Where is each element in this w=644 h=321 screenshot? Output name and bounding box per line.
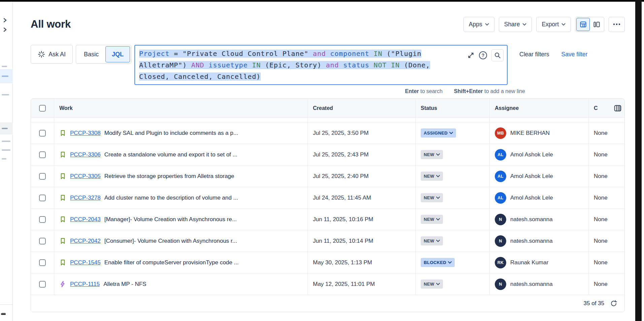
- detail-view-icon: [593, 21, 600, 28]
- story-type-icon: [59, 216, 66, 223]
- status-badge[interactable]: NEW: [421, 150, 443, 159]
- table-body: PCCP-3308 Modify SAL and Plugin to inclu…: [31, 122, 624, 295]
- sidebar-item[interactable]: [2, 66, 7, 67]
- extra-value: None: [594, 195, 608, 201]
- issue-summary[interactable]: Retrieve the storage properties from All…: [104, 173, 234, 180]
- issue-summary[interactable]: Enable filter of computeServer provision…: [104, 259, 239, 266]
- sidebar-divider: [0, 304, 13, 305]
- status-badge[interactable]: NEW: [421, 172, 443, 181]
- jql-mode-tab[interactable]: JQL: [105, 46, 130, 62]
- column-header-assignee[interactable]: Assignee: [489, 99, 588, 117]
- configure-columns-button[interactable]: [613, 104, 622, 113]
- status-badge[interactable]: NEW: [421, 236, 443, 245]
- more-options-button[interactable]: [609, 17, 625, 32]
- select-all-checkbox[interactable]: [39, 105, 46, 112]
- ai-sparkle-icon: [38, 51, 45, 58]
- status-badge[interactable]: NEW: [421, 193, 443, 202]
- status-badge[interactable]: NEW: [421, 215, 443, 224]
- assignee-name: Amol Ashok Lele: [510, 195, 553, 201]
- table-row: PCCP-3308 Modify SAL and Plugin to inclu…: [31, 122, 624, 144]
- chevron-down-icon: [448, 261, 452, 264]
- created-date: Jun 11, 2025, 10:14 PM: [313, 238, 373, 244]
- assignee-name: natesh.somanna: [510, 216, 553, 223]
- issue-key-link[interactable]: PCCP-3306: [70, 151, 101, 158]
- issue-summary[interactable]: Modify SAL and Plugin to include comment…: [104, 130, 238, 137]
- issue-summary[interactable]: [Manager]- Volume Creation with Asynchro…: [104, 216, 237, 223]
- jql-search-button[interactable]: [491, 49, 504, 61]
- avatar: RK: [495, 257, 506, 268]
- share-button[interactable]: Share: [499, 17, 532, 32]
- table-view-button[interactable]: [576, 18, 590, 31]
- status-badge[interactable]: BLOCKED: [421, 258, 455, 267]
- sidebar-expand-icon[interactable]: [3, 27, 7, 32]
- screen-edge-top: [0, 0, 644, 2]
- sidebar-expand-icon[interactable]: [3, 18, 7, 23]
- sidebar-item-selected[interactable]: [0, 69, 13, 83]
- apps-button-label: Apps: [469, 21, 482, 28]
- save-filter-button[interactable]: Save filter: [561, 51, 588, 58]
- syntax-help-icon[interactable]: ?: [479, 51, 487, 59]
- shift-enter-key-hint: Shift+Enter: [454, 88, 483, 94]
- jql-input[interactable]: Project = "Private Cloud Control Plane" …: [134, 45, 508, 85]
- issue-summary[interactable]: [Consumer]- Volume Creation with Asynchr…: [104, 238, 237, 244]
- created-date: Jul 25, 2025, 2:40 PM: [313, 173, 368, 180]
- sidebar-item[interactable]: [2, 158, 6, 159]
- table-row: PCCP-3306 Create a standalone volume and…: [31, 144, 624, 166]
- row-checkbox[interactable]: [39, 238, 46, 244]
- column-header-truncated[interactable]: C: [588, 99, 624, 117]
- apps-button[interactable]: Apps: [463, 17, 494, 32]
- created-date: Jun 11, 2025, 10:16 PM: [313, 216, 373, 223]
- issue-key-link[interactable]: PCCP-3305: [70, 173, 101, 180]
- status-label: NEW: [424, 282, 434, 287]
- column-header-created[interactable]: Created: [308, 99, 415, 117]
- status-label: ASSIGNED: [424, 130, 448, 136]
- issue-summary[interactable]: Create a standalone volume and export it…: [104, 151, 237, 158]
- created-date: Jul 24, 2025, 11:45 AM: [313, 195, 371, 201]
- row-checkbox[interactable]: [39, 195, 46, 201]
- extra-value: None: [594, 173, 608, 180]
- row-checkbox[interactable]: [39, 281, 46, 288]
- row-checkbox[interactable]: [39, 259, 46, 266]
- more-ellipsis-icon: [613, 23, 620, 25]
- ask-ai-button[interactable]: Ask AI: [31, 45, 73, 64]
- table-row: PCCP-3278 Add cluster name to the descri…: [31, 187, 624, 209]
- chevron-down-icon: [522, 23, 526, 26]
- status-badge[interactable]: ASSIGNED: [421, 128, 456, 138]
- issue-key-link[interactable]: PCCP-2042: [70, 238, 101, 244]
- sidebar-item[interactable]: [2, 149, 10, 151]
- column-header-status[interactable]: Status: [415, 99, 489, 117]
- sidebar-item[interactable]: [2, 141, 10, 142]
- row-checkbox[interactable]: [39, 216, 46, 223]
- expand-editor-icon[interactable]: [467, 52, 475, 59]
- column-header-truncated-label: C: [594, 105, 598, 111]
- column-header-work[interactable]: Work: [54, 99, 308, 117]
- story-type-icon: [59, 237, 66, 244]
- issue-key-link[interactable]: PCCP-1545: [70, 259, 101, 266]
- basic-mode-tab[interactable]: Basic: [77, 46, 105, 62]
- issue-key-link[interactable]: PCCP-2043: [70, 216, 101, 223]
- row-checkbox[interactable]: [39, 130, 46, 137]
- clear-filters-button[interactable]: Clear filters: [519, 51, 549, 58]
- row-checkbox[interactable]: [39, 173, 46, 180]
- sidebar-item-hover[interactable]: [0, 122, 13, 135]
- screen-edge-corner: [1, 313, 6, 315]
- issue-key-link[interactable]: PCCP-1115: [70, 281, 100, 288]
- avatar: N: [495, 214, 506, 225]
- export-button[interactable]: Export: [536, 17, 571, 32]
- epic-type-icon: [59, 281, 66, 288]
- detail-view-button[interactable]: [590, 18, 603, 31]
- refresh-icon[interactable]: [610, 299, 618, 308]
- screen-edge-right: [635, 0, 642, 321]
- row-checkbox[interactable]: [39, 151, 46, 158]
- issue-key-link[interactable]: PCCP-3278: [70, 195, 101, 201]
- sidebar-item[interactable]: [2, 94, 9, 95]
- search-icon: [494, 52, 501, 59]
- avatar: N: [495, 279, 506, 290]
- issue-key-link[interactable]: PCCP-3308: [70, 130, 101, 137]
- issue-summary[interactable]: Alletra MP - NFS: [103, 281, 146, 288]
- status-badge[interactable]: NEW: [421, 280, 443, 289]
- created-date: Jul 25, 2025, 3:50 PM: [313, 130, 368, 137]
- work-items-table: Work Created Status Assignee C: [31, 98, 625, 312]
- partially-scrolled-row: [31, 118, 624, 122]
- issue-summary[interactable]: Add cluster name to the description of v…: [104, 195, 238, 201]
